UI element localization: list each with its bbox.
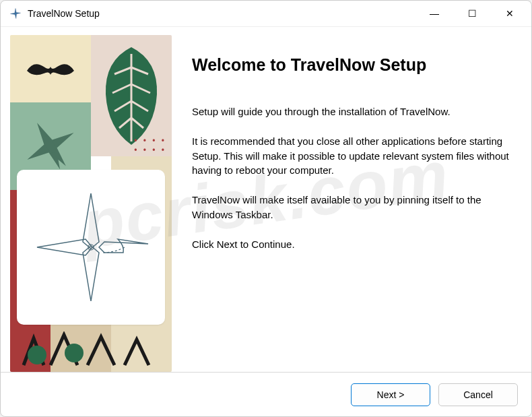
wizard-footer: Next > Cancel xyxy=(1,372,531,416)
window-controls: — ☐ ✕ xyxy=(415,1,529,26)
content-area: # • • • •• • • • We xyxy=(1,27,531,372)
app-icon xyxy=(9,7,22,20)
page-title: Welcome to TravelNow Setup xyxy=(192,55,511,75)
continue-hint-text: Click Next to Continue. xyxy=(192,237,511,252)
wizard-sidebar-image: # • • • •• • • • xyxy=(10,35,172,372)
maximize-button[interactable]: ☐ xyxy=(453,1,491,26)
maximize-icon: ☐ xyxy=(468,8,477,19)
close-icon: ✕ xyxy=(506,8,514,19)
cancel-button[interactable]: Cancel xyxy=(438,383,518,406)
cancel-button-label: Cancel xyxy=(463,389,493,400)
next-button-label: Next > xyxy=(377,389,405,400)
intro-text: Setup will guide you through the install… xyxy=(192,104,511,119)
svg-point-1 xyxy=(28,346,46,364)
installer-window: TravelNow Setup — ☐ ✕ xyxy=(0,0,532,417)
svg-point-2 xyxy=(65,344,84,362)
titlebar: TravelNow Setup — ☐ ✕ xyxy=(1,1,531,27)
minimize-button[interactable]: — xyxy=(415,1,453,26)
taskbar-note-text: TravelNow will make itself available to … xyxy=(192,193,511,222)
next-button[interactable]: Next > xyxy=(351,383,430,406)
close-button[interactable]: ✕ xyxy=(491,1,529,26)
recommendation-text: It is recommended that you close all oth… xyxy=(192,134,511,178)
window-title: TravelNow Setup xyxy=(28,8,415,19)
minimize-icon: — xyxy=(430,8,439,19)
wizard-main: Welcome to TravelNow Setup Setup will gu… xyxy=(172,27,531,372)
app-logo-card xyxy=(17,170,165,325)
